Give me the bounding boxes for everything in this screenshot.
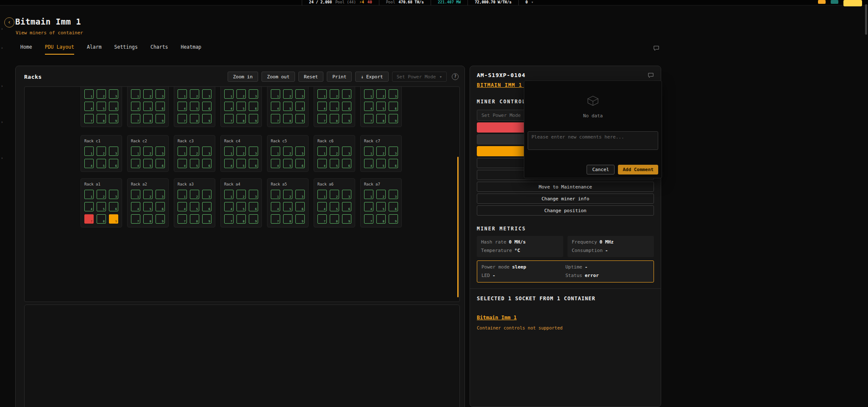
tab-heatmap[interactable]: Heatmap bbox=[181, 44, 201, 55]
miner-tile[interactable]: 3 bbox=[202, 147, 211, 156]
miner-tile[interactable]: 7 bbox=[224, 214, 234, 224]
miner-tile[interactable]: 1 bbox=[271, 89, 280, 99]
miner-tile[interactable]: 2 bbox=[376, 89, 386, 99]
miner-tile[interactable]: 8 bbox=[236, 114, 246, 123]
miner-tile[interactable]: 9 bbox=[389, 214, 398, 224]
miner-tile[interactable]: 3 bbox=[342, 89, 351, 99]
miner-tile[interactable]: 7 bbox=[178, 214, 187, 224]
miner-tile[interactable]: 1 bbox=[224, 147, 234, 156]
miner-tile[interactable]: 5 bbox=[143, 202, 153, 211]
miner-tile[interactable]: 5 bbox=[236, 159, 246, 168]
miner-tile[interactable]: 1 bbox=[131, 147, 140, 156]
help-icon[interactable]: ? bbox=[452, 73, 459, 80]
cancel-button[interactable]: Cancel bbox=[587, 165, 615, 174]
miner-tile[interactable]: 8 bbox=[97, 214, 106, 224]
miner-tile[interactable]: 6 bbox=[389, 202, 398, 211]
tab-charts[interactable]: Charts bbox=[150, 44, 168, 55]
miner-tile[interactable]: 7 bbox=[224, 114, 234, 123]
miner-tile[interactable]: 8 bbox=[330, 114, 339, 123]
back-button[interactable]: ‹ bbox=[4, 17, 14, 28]
zoom-in-button[interactable]: Zoom in bbox=[228, 72, 258, 82]
miner-tile[interactable]: 3 bbox=[249, 147, 258, 156]
miner-tile[interactable]: 3 bbox=[202, 190, 211, 199]
miner-tile[interactable]: 5 bbox=[97, 202, 106, 211]
miner-tile[interactable]: 9 bbox=[202, 214, 211, 224]
miner-tile[interactable]: 6 bbox=[109, 102, 118, 111]
miner-tile[interactable]: 4 bbox=[271, 102, 280, 111]
miner-tile[interactable]: 6 bbox=[342, 159, 351, 168]
miner-tile[interactable]: 4 bbox=[178, 102, 187, 111]
miner-tile[interactable]: 2 bbox=[143, 190, 153, 199]
miner-tile[interactable]: 6 bbox=[295, 102, 305, 111]
miner-tile[interactable]: 2 bbox=[330, 147, 339, 156]
move-to-maintenance-button[interactable]: Move to Maintenance bbox=[477, 182, 654, 192]
comment-input[interactable] bbox=[528, 131, 658, 150]
racks-scrollbar-thumb[interactable] bbox=[457, 157, 459, 297]
miner-tile[interactable]: 6 bbox=[249, 102, 258, 111]
miner-tile[interactable]: 5 bbox=[143, 102, 153, 111]
miner-tile[interactable]: 6 bbox=[389, 102, 398, 111]
miner-tile[interactable]: 7 bbox=[131, 214, 140, 224]
miner-tile[interactable]: 7 bbox=[317, 114, 327, 123]
container-link[interactable]: BITMAIN IMM 1 - bbox=[477, 82, 529, 88]
add-comment-button[interactable]: Add Comment bbox=[618, 165, 658, 174]
miner-tile[interactable]: 9 bbox=[389, 114, 398, 123]
yellow-badge[interactable] bbox=[843, 0, 862, 6]
tab-home[interactable]: Home bbox=[20, 44, 32, 55]
miner-tile[interactable]: 3 bbox=[342, 190, 351, 199]
miner-tile[interactable]: 6 bbox=[389, 159, 398, 168]
miner-tile[interactable]: 6 bbox=[202, 202, 211, 211]
miner-tile[interactable]: 5 bbox=[143, 159, 153, 168]
miner-tile[interactable]: 9 bbox=[109, 114, 118, 123]
miner-tile[interactable]: 8 bbox=[283, 114, 292, 123]
miner-tile[interactable]: 2 bbox=[376, 147, 386, 156]
miner-tile[interactable]: 2 bbox=[143, 147, 153, 156]
page-scrollbar-thumb[interactable] bbox=[865, 4, 867, 35]
selected-container-link[interactable]: Bitmain Imm 1 bbox=[477, 315, 517, 321]
miner-tile[interactable]: 3 bbox=[295, 190, 305, 199]
miner-tile[interactable]: 5 bbox=[190, 159, 199, 168]
miner-tile[interactable]: 9 bbox=[249, 214, 258, 224]
miner-tile[interactable]: 2 bbox=[330, 89, 339, 99]
zoom-out-button[interactable]: Zoom out bbox=[262, 72, 295, 82]
miner-tile[interactable]: 3 bbox=[109, 190, 118, 199]
miner-tile[interactable]: 9 bbox=[342, 114, 351, 123]
miner-tile[interactable]: 2 bbox=[97, 89, 106, 99]
miner-tile[interactable]: 3 bbox=[389, 89, 398, 99]
miner-tile[interactable]: 1 bbox=[131, 190, 140, 199]
tab-pdu-layout[interactable]: PDU Layout bbox=[45, 44, 74, 55]
miner-tile[interactable]: 4 bbox=[84, 102, 94, 111]
miner-tile[interactable]: 9 bbox=[202, 114, 211, 123]
miner-tile[interactable]: 3 bbox=[156, 147, 165, 156]
miner-tile[interactable]: 8 bbox=[143, 114, 153, 123]
miner-tile[interactable]: 7 bbox=[131, 114, 140, 123]
miner-tile[interactable]: 5 bbox=[330, 202, 339, 211]
miner-tile[interactable]: 2 bbox=[376, 190, 386, 199]
miner-tile[interactable]: 3 bbox=[156, 89, 165, 99]
miner-tile[interactable]: 4 bbox=[131, 102, 140, 111]
page-comments-icon[interactable] bbox=[653, 45, 659, 53]
miner-tile[interactable]: 6 bbox=[202, 102, 211, 111]
miner-tile[interactable]: 8 bbox=[143, 214, 153, 224]
miner-tile[interactable]: 7 bbox=[84, 114, 94, 123]
miner-tile[interactable]: 5 bbox=[190, 102, 199, 111]
miner-tile[interactable]: 1 bbox=[178, 190, 187, 199]
miner-tile[interactable]: 6 bbox=[295, 202, 305, 211]
miner-tile[interactable]: 5 bbox=[190, 202, 199, 211]
miner-tile[interactable]: 2 bbox=[143, 89, 153, 99]
miner-tile[interactable]: 9 bbox=[342, 214, 351, 224]
miner-tile[interactable]: 3 bbox=[389, 147, 398, 156]
miner-tile[interactable]: 4 bbox=[224, 159, 234, 168]
miner-tile[interactable]: 4 bbox=[364, 159, 373, 168]
miner-tile[interactable]: 5 bbox=[97, 102, 106, 111]
miner-tile[interactable]: 4 bbox=[364, 202, 373, 211]
miner-tile[interactable]: 6 bbox=[342, 202, 351, 211]
miner-tile[interactable]: 1 bbox=[178, 147, 187, 156]
miner-tile[interactable]: 4 bbox=[178, 202, 187, 211]
miner-tile[interactable]: 3 bbox=[156, 190, 165, 199]
miner-tile[interactable]: 1 bbox=[271, 147, 280, 156]
miner-tile[interactable]: 1 bbox=[84, 89, 94, 99]
miner-tile[interactable]: 7 bbox=[178, 114, 187, 123]
miner-tile[interactable]: 6 bbox=[109, 159, 118, 168]
miner-tile[interactable]: 5 bbox=[376, 102, 386, 111]
